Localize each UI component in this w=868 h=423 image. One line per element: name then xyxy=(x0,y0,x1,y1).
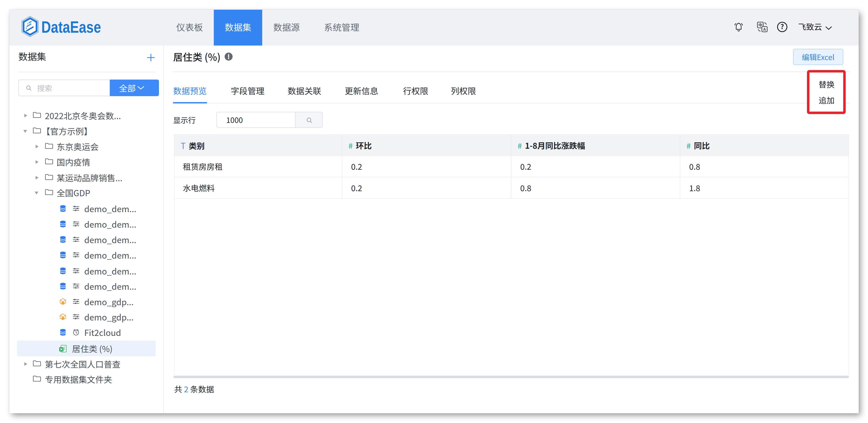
svg-text:DataEase: DataEase xyxy=(41,20,101,36)
